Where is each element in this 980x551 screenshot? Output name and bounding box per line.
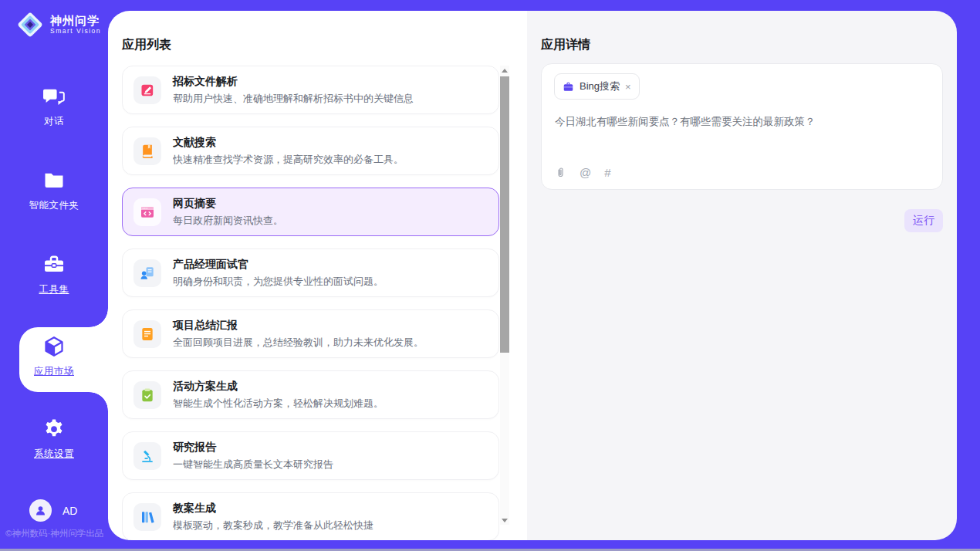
main-content: 应用列表 招标文件解析帮助用户快速、准确地理解和解析招标书中的关键信息文献搜索快… [108, 11, 957, 540]
prompt-toolbar: @ # [555, 166, 611, 179]
app-card[interactable]: 文献搜索快速精准查找学术资源，提高研究效率的必备工具。 [122, 127, 499, 175]
briefcase-icon [563, 81, 574, 93]
app-detail-title: 应用详情 [541, 37, 590, 53]
app-name: 招标文件解析 [173, 75, 414, 89]
sidebar-item-label: 工具集 [0, 283, 108, 296]
app-description: 模板驱动，教案秒成，教学准备从此轻松快捷 [173, 519, 373, 532]
brand-name: 神州问学 [50, 15, 101, 28]
report-icon [133, 320, 161, 348]
paperclip-icon[interactable] [555, 166, 566, 179]
sidebar-item-label: 应用市场 [0, 365, 108, 378]
app-name: 网页摘要 [173, 197, 283, 211]
scrollbar[interactable] [500, 66, 509, 525]
sidebar-item-3[interactable]: 应用市场 [0, 335, 108, 378]
app-description: 每日政府新闻资讯快查。 [173, 214, 283, 228]
user-initials: AD [63, 505, 77, 517]
app-card-text: 文献搜索快速精准查找学术资源，提高研究效率的必备工具。 [173, 136, 404, 167]
app-card[interactable]: 项目总结汇报全面回顾项目进展，总结经验教训，助力未来优化发展。 [122, 309, 499, 358]
app-card-text: 产品经理面试官明确身份和职责，为您提供专业性的面试问题。 [173, 258, 384, 289]
app-card-text: 项目总结汇报全面回顾项目进展，总结经验教训，助力未来优化发展。 [173, 319, 424, 350]
app-list-panel: 应用列表 招标文件解析帮助用户快速、准确地理解和解析招标书中的关键信息文献搜索快… [108, 11, 527, 540]
app-description: 一键智能生成高质量长文本研究报告 [173, 458, 333, 472]
chip-label: Bing搜索 [580, 79, 620, 93]
user-row[interactable]: AD [29, 499, 77, 522]
app-card-text: 招标文件解析帮助用户快速、准确地理解和解析招标书中的关键信息 [173, 75, 414, 106]
sidebar-item-label: 系统设置 [0, 448, 108, 461]
app-detail-panel: 应用详情 Bing搜索 × 今日湖北有哪些新闻要点？有哪些需要关注的最新政策？ [527, 11, 957, 540]
app-name: 教案生成 [173, 502, 373, 516]
sidebar-item-0[interactable]: 对话 [0, 85, 108, 128]
app-card-text: 活动方案生成智能生成个性化活动方案，轻松解决规划难题。 [173, 380, 384, 411]
prompt-card[interactable]: Bing搜索 × 今日湖北有哪些新闻要点？有哪些需要关注的最新政策？ @ # [541, 63, 943, 190]
books-icon [133, 503, 161, 531]
app-description: 智能生成个性化活动方案，轻松解决规划难题。 [173, 397, 384, 411]
at-sign-icon[interactable]: @ [580, 166, 591, 179]
app-name: 研究报告 [173, 441, 333, 455]
app-card[interactable]: 产品经理面试官明确身份和职责，为您提供专业性的面试问题。 [122, 248, 499, 297]
gear-icon [42, 430, 66, 443]
app-card-text: 网页摘要每日政府新闻资讯快查。 [173, 197, 283, 228]
sidebar-item-1[interactable]: 智能文件夹 [0, 169, 108, 212]
scrollbar-thumb[interactable] [500, 76, 509, 353]
avatar[interactable] [29, 499, 52, 522]
browser-code-icon [133, 198, 161, 226]
sidebar-item-label: 对话 [0, 115, 108, 128]
app-description: 明确身份和职责，为您提供专业性的面试问题。 [173, 275, 384, 289]
app-name: 项目总结汇报 [173, 319, 424, 333]
person-icon [34, 504, 47, 517]
folder-icon [42, 181, 66, 194]
app-name: 产品经理面试官 [173, 258, 384, 272]
app-card[interactable]: 网页摘要每日政府新闻资讯快查。 [122, 188, 499, 236]
app-description: 帮助用户快速、准确地理解和解析招标书中的关键信息 [173, 92, 414, 106]
sidebar-item-label: 智能文件夹 [0, 199, 108, 212]
copyright-text: ©神州数码·神州问学出品 [5, 528, 103, 539]
prompt-text[interactable]: 今日湖北有哪些新闻要点？有哪些需要关注的最新政策？ [555, 115, 927, 129]
app-card[interactable]: 活动方案生成智能生成个性化活动方案，轻松解决规划难题。 [122, 370, 499, 419]
app-name: 活动方案生成 [173, 380, 384, 394]
chat-icon [42, 97, 66, 110]
app-card[interactable]: 研究报告一键智能生成高质量长文本研究报告 [122, 431, 499, 480]
interviewer-icon [133, 259, 161, 287]
sidebar: 神州问学 Smart Vision 对话智能文件夹工具集应用市场系统设置 AD … [0, 0, 108, 551]
cube-icon [42, 347, 66, 360]
app-card[interactable]: 教案生成模板驱动，教案秒成，教学准备从此轻松快捷 [122, 492, 499, 540]
scrollbar-down-arrow-icon[interactable] [500, 516, 509, 525]
clipboard-check-icon [133, 381, 161, 409]
brand-logo: 神州问学 Smart Vision [15, 10, 101, 39]
tool-chip-bing-search[interactable]: Bing搜索 × [554, 73, 640, 100]
app-list-title: 应用列表 [122, 37, 171, 53]
sidebar-item-4[interactable]: 系统设置 [0, 417, 108, 461]
gem-logo-icon [15, 10, 45, 39]
microscope-icon [133, 442, 161, 470]
app-name: 文献搜索 [173, 136, 404, 150]
brand-subtitle: Smart Vision [50, 28, 101, 35]
app-window: 神州问学 Smart Vision 对话智能文件夹工具集应用市场系统设置 AD … [0, 0, 980, 551]
app-card[interactable]: 招标文件解析帮助用户快速、准确地理解和解析招标书中的关键信息 [122, 66, 499, 114]
hash-icon[interactable]: # [604, 166, 610, 179]
scrollbar-up-arrow-icon[interactable] [500, 66, 509, 75]
chip-close-icon[interactable]: × [625, 82, 631, 92]
brand-text: 神州问学 Smart Vision [50, 15, 101, 35]
sidebar-item-2[interactable]: 工具集 [0, 253, 108, 296]
edit-document-icon [133, 76, 161, 104]
app-description: 全面回顾项目进展，总结经验教训，助力未来优化发展。 [173, 336, 424, 350]
app-card-text: 研究报告一键智能生成高质量长文本研究报告 [173, 441, 333, 472]
app-description: 快速精准查找学术资源，提高研究效率的必备工具。 [173, 153, 404, 167]
book-icon [133, 137, 161, 165]
app-card-list: 招标文件解析帮助用户快速、准确地理解和解析招标书中的关键信息文献搜索快速精准查找… [122, 66, 499, 540]
toolbox-icon [42, 265, 66, 279]
app-card-text: 教案生成模板驱动，教案秒成，教学准备从此轻松快捷 [173, 502, 373, 532]
run-button[interactable]: 运行 [904, 209, 943, 232]
